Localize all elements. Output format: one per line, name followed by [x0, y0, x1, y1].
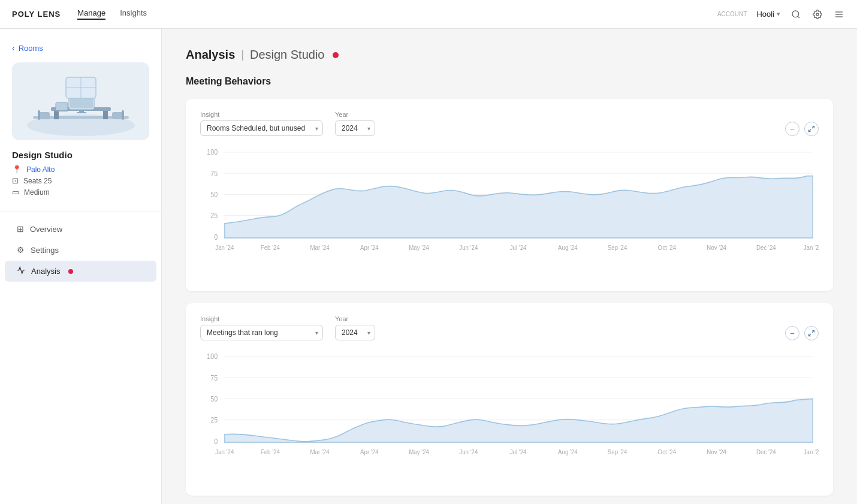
svg-point-0 [792, 11, 799, 17]
main-content: Analysis | Design Studio Meeting Behavio… [162, 29, 857, 504]
chart-1-insight-select-wrapper: Rooms Scheduled, but unused Meetings tha… [200, 120, 323, 136]
chart-2-insight-select[interactable]: Meetings that ran long Rooms Scheduled, … [200, 325, 323, 340]
analysis-badge [68, 269, 73, 274]
search-icon[interactable] [790, 8, 802, 20]
svg-text:0: 0 [214, 234, 218, 242]
svg-text:Nov '24: Nov '24 [707, 448, 726, 455]
svg-text:Oct '24: Oct '24 [658, 244, 677, 251]
size-label: Medium [24, 188, 50, 197]
svg-text:Apr '24: Apr '24 [360, 244, 379, 251]
location-meta: 📍 Palo Alto [12, 165, 149, 174]
settings-icon[interactable] [811, 8, 823, 20]
svg-text:50: 50 [210, 395, 218, 403]
svg-text:Oct '24: Oct '24 [658, 448, 677, 455]
svg-rect-9 [54, 111, 59, 119]
location-label[interactable]: Palo Alto [26, 165, 55, 174]
chart-2-insight-select-wrapper: Meetings that ran long Rooms Scheduled, … [200, 325, 323, 340]
room-illustration [12, 62, 149, 140]
chart-1-header: Insight Rooms Scheduled, but unused Meet… [200, 111, 819, 136]
account-chevron-icon[interactable]: ▾ [777, 10, 780, 18]
chart-1-insight-group: Insight Rooms Scheduled, but unused Meet… [200, 111, 323, 136]
svg-rect-16 [56, 110, 68, 111]
nav-manage[interactable]: Manage [77, 8, 105, 20]
svg-text:25: 25 [210, 212, 218, 219]
nav-insights[interactable]: Insights [120, 8, 147, 20]
svg-rect-14 [77, 112, 86, 113]
chart-2-collapse-button[interactable]: − [785, 326, 799, 340]
chart-card-2: Insight Meetings that ran long Rooms Sch… [186, 303, 833, 496]
svg-text:Aug '24: Aug '24 [558, 448, 578, 455]
svg-text:Jul '24: Jul '24 [510, 448, 527, 455]
sidebar-item-overview[interactable]: ⊞ Overview [5, 219, 156, 239]
chart-1-collapse-button[interactable]: − [785, 122, 799, 136]
chart-1-year-group: Year 2024 2023 2022 ▾ [335, 111, 375, 136]
chart-2-header: Insight Meetings that ran long Rooms Sch… [200, 315, 819, 340]
chart-2-year-group: Year 2024 2023 2022 ▾ [335, 315, 375, 340]
svg-text:Jun '24: Jun '24 [459, 448, 478, 455]
chart-2-expand-button[interactable] [804, 326, 819, 340]
svg-text:Sep '24: Sep '24 [608, 244, 627, 251]
overview-icon: ⊞ [17, 224, 24, 234]
svg-text:Jan '24: Jan '24 [215, 448, 234, 455]
overview-label: Overview [30, 225, 62, 234]
svg-text:Sep '24: Sep '24 [608, 448, 627, 455]
seats-meta: ⊡ Seats 25 [12, 176, 149, 185]
chart-1-insight-select[interactable]: Rooms Scheduled, but unused Meetings tha… [200, 120, 323, 136]
layout: ‹ Rooms [0, 29, 857, 504]
chart-2-year-select[interactable]: 2024 2023 2022 [335, 325, 375, 340]
section-title: Meeting Behaviors [186, 76, 833, 87]
page-title-room: Design Studio [250, 48, 325, 62]
settings-nav-icon: ⚙ [17, 245, 25, 255]
svg-rect-15 [56, 102, 68, 111]
sidebar-item-settings[interactable]: ⚙ Settings [5, 240, 156, 260]
svg-rect-13 [79, 110, 84, 112]
svg-line-1 [798, 16, 799, 18]
svg-rect-17 [39, 112, 50, 119]
svg-rect-18 [38, 110, 40, 120]
svg-text:Dec '24: Dec '24 [756, 244, 776, 251]
svg-text:Nov '24: Nov '24 [707, 244, 726, 251]
sidebar-item-analysis[interactable]: Analysis [5, 261, 156, 282]
svg-text:75: 75 [210, 374, 218, 382]
svg-text:Jun '24: Jun '24 [459, 244, 478, 251]
sidebar-divider [0, 211, 161, 212]
svg-text:Aug '24: Aug '24 [558, 244, 578, 251]
size-meta: ▭ Medium [12, 188, 149, 197]
chart-2-insight-group: Insight Meetings that ran long Rooms Sch… [200, 315, 323, 340]
size-icon: ▭ [12, 188, 19, 197]
account-name: Hooli [756, 10, 774, 19]
seats-icon: ⊡ [12, 176, 19, 185]
chart-1-year-label: Year [335, 111, 375, 118]
back-label: Rooms [19, 44, 43, 53]
analysis-label: Analysis [31, 267, 60, 276]
svg-text:Jan '25: Jan '25 [804, 448, 819, 455]
svg-text:Mar '24: Mar '24 [310, 244, 330, 251]
chart-1-actions: − [785, 122, 819, 136]
svg-text:Jan '25: Jan '25 [804, 244, 819, 251]
svg-text:100: 100 [207, 149, 218, 156]
back-arrow-icon: ‹ [12, 43, 15, 53]
chart-1-year-select[interactable]: 2024 2023 2022 [335, 120, 375, 136]
back-to-rooms[interactable]: ‹ Rooms [0, 38, 161, 62]
svg-text:50: 50 [210, 191, 218, 198]
chart-1-svg: 100 75 50 25 0 Jan '24 Feb '24 Mar '24 A… [200, 146, 819, 277]
chart-1-insight-label: Insight [200, 111, 323, 118]
chart-1-year-select-wrapper: 2024 2023 2022 ▾ [335, 120, 375, 136]
page-header: Analysis | Design Studio [186, 48, 833, 62]
chart-1-expand-button[interactable] [804, 122, 819, 136]
page-title-analysis: Analysis [186, 48, 235, 62]
svg-text:Dec '24: Dec '24 [756, 448, 776, 455]
svg-text:Feb '24: Feb '24 [261, 244, 280, 251]
app-logo: POLY LENS [12, 10, 61, 19]
room-name: Design Studio [0, 150, 161, 165]
svg-text:Mar '24: Mar '24 [310, 448, 330, 455]
svg-text:0: 0 [214, 438, 218, 446]
svg-text:25: 25 [210, 416, 218, 424]
chart-2-actions: − [785, 326, 819, 340]
menu-icon[interactable] [833, 8, 845, 20]
chart-2-insight-label: Insight [200, 315, 323, 322]
chart-2-svg: 100 75 50 25 0 Jan '24 Feb '24 Mar '24 A… [200, 350, 819, 482]
chart-card-1: Insight Rooms Scheduled, but unused Meet… [186, 99, 833, 291]
svg-text:75: 75 [210, 170, 218, 177]
topnav: POLY LENS Manage Insights ACCOUNT Hooli … [0, 0, 857, 29]
